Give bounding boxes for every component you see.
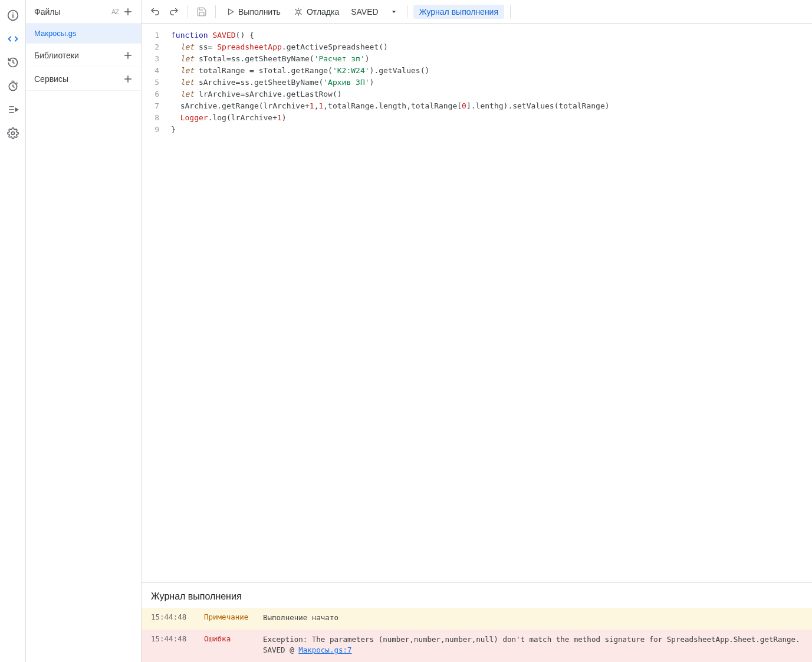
code-editor[interactable]: 123456789 function SAVED() { let ss= Spr… <box>142 24 812 582</box>
code-line[interactable]: let lrArchive=sArchive.getLastRow() <box>171 88 812 100</box>
log-timestamp: 15:44:48 <box>151 612 192 621</box>
toolbar-separator <box>215 5 216 18</box>
add-library-button[interactable] <box>122 50 134 61</box>
execution-log-button[interactable]: Журнал выполнения <box>413 5 504 19</box>
save-button[interactable] <box>194 4 209 20</box>
line-number: 2 <box>142 41 159 53</box>
code-line[interactable]: Logger.log(lrArchive+1) <box>171 112 812 124</box>
svg-line-5 <box>16 83 17 84</box>
svg-point-18 <box>297 10 300 13</box>
code-line[interactable]: let ss= SpreadsheetApp.getActiveSpreadsh… <box>171 41 812 53</box>
info-icon[interactable] <box>6 8 20 22</box>
toolbar-separator <box>510 5 511 18</box>
debug-button[interactable]: Отладка <box>289 4 344 20</box>
line-number: 1 <box>142 29 159 41</box>
chevron-down-icon <box>390 8 397 15</box>
executions-icon[interactable] <box>6 103 20 117</box>
code-line[interactable]: function SAVED() { <box>171 29 812 41</box>
toolbar-separator <box>407 5 407 18</box>
log-message: Exception: The parameters (number,number… <box>263 634 803 657</box>
line-number: 7 <box>142 100 159 112</box>
code-line[interactable]: } <box>171 124 812 136</box>
line-number: 5 <box>142 77 159 88</box>
files-section-header: Файлы AZ <box>26 0 141 24</box>
function-selected: SAVED <box>351 7 378 17</box>
log-title: Журнал выполнения <box>142 583 812 608</box>
execution-log-label: Журнал выполнения <box>419 7 498 17</box>
run-button[interactable]: Выполнить <box>222 4 285 20</box>
sort-az-icon[interactable]: AZ <box>111 8 119 15</box>
line-number: 9 <box>142 124 159 136</box>
sidebar-file-item[interactable]: Макросы.gs <box>26 24 141 44</box>
code-area[interactable]: function SAVED() { let ss= SpreadsheetAp… <box>165 29 812 582</box>
log-row: 15:44:48ОшибкаException: The parameters … <box>142 630 812 663</box>
triggers-icon[interactable] <box>6 79 20 93</box>
svg-marker-25 <box>392 11 396 13</box>
left-icon-rail <box>0 0 26 662</box>
function-select[interactable]: SAVED <box>347 7 400 17</box>
history-icon[interactable] <box>6 55 20 70</box>
libraries-section-header: Библиотеки <box>26 44 141 67</box>
code-line[interactable]: let sTotal=ss.getSheetByName('Расчет зп'… <box>171 53 812 65</box>
toolbar-separator <box>188 5 188 18</box>
log-source-link[interactable]: Макросы.gs:7 <box>298 645 351 654</box>
log-row: 15:44:48ПримечаниеВыполнение начато <box>142 608 812 630</box>
redo-button[interactable] <box>166 4 182 20</box>
run-label: Выполнить <box>238 7 281 17</box>
libraries-label: Библиотеки <box>34 51 122 60</box>
settings-icon[interactable] <box>6 126 20 140</box>
code-line[interactable]: let totalRange = sTotal.getRange('K2:W24… <box>171 65 812 77</box>
gutter: 123456789 <box>142 29 165 582</box>
files-label: Файлы <box>34 7 111 17</box>
svg-line-22 <box>300 13 301 14</box>
log-level: Примечание <box>204 612 251 621</box>
code-line[interactable]: sArchive.getRange(lrArchive+1,1,totalRan… <box>171 100 812 112</box>
svg-line-21 <box>295 9 297 10</box>
line-number: 6 <box>142 88 159 100</box>
main-area: Выполнить Отладка SAVED Журнал выполнени… <box>142 0 812 662</box>
log-level: Ошибка <box>204 634 251 643</box>
line-number: 3 <box>142 53 159 65</box>
code-line[interactable]: let sArchive=ss.getSheetByName('Архив ЗП… <box>171 77 812 88</box>
svg-point-10 <box>11 132 14 135</box>
undo-button[interactable] <box>147 4 163 20</box>
line-number: 4 <box>142 65 159 77</box>
svg-line-23 <box>295 13 297 14</box>
log-panel: Журнал выполнения 15:44:48ПримечаниеВыпо… <box>142 582 812 662</box>
add-service-button[interactable] <box>122 73 134 85</box>
svg-marker-9 <box>15 108 18 111</box>
toolbar: Выполнить Отладка SAVED Журнал выполнени… <box>142 0 812 24</box>
svg-line-24 <box>300 9 301 10</box>
log-message: Выполнение начато <box>263 612 803 624</box>
services-label: Сервисы <box>34 74 122 84</box>
file-name: Макросы.gs <box>34 29 77 38</box>
line-number: 8 <box>142 112 159 124</box>
services-section-header: Сервисы <box>26 67 141 91</box>
sidebar: Файлы AZ Макросы.gs Библиотеки Сервисы <box>26 0 142 662</box>
editor-icon[interactable] <box>6 32 20 46</box>
debug-label: Отладка <box>307 7 339 17</box>
add-file-button[interactable] <box>122 6 134 18</box>
svg-marker-17 <box>229 9 234 14</box>
log-timestamp: 15:44:48 <box>151 634 192 643</box>
svg-point-2 <box>12 12 14 14</box>
